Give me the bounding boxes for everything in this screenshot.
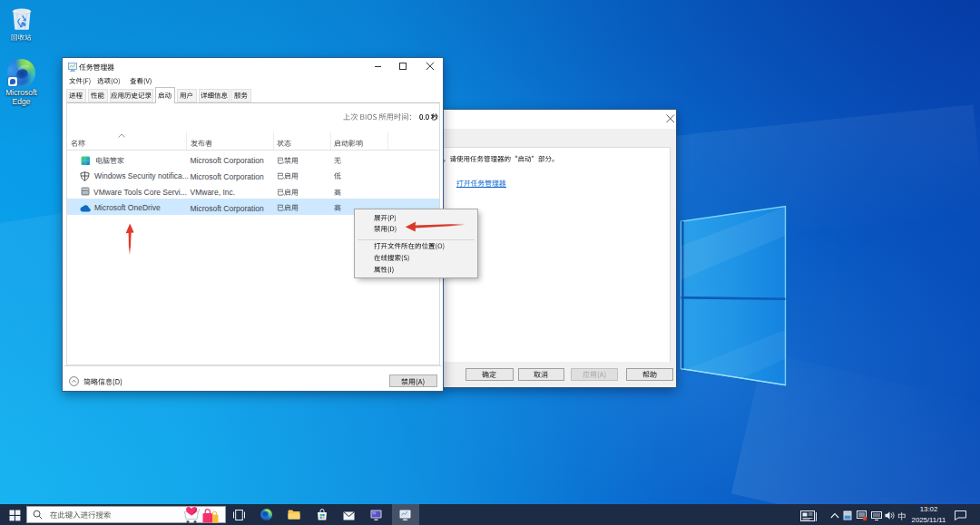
svg-text:vm: vm <box>82 190 87 195</box>
